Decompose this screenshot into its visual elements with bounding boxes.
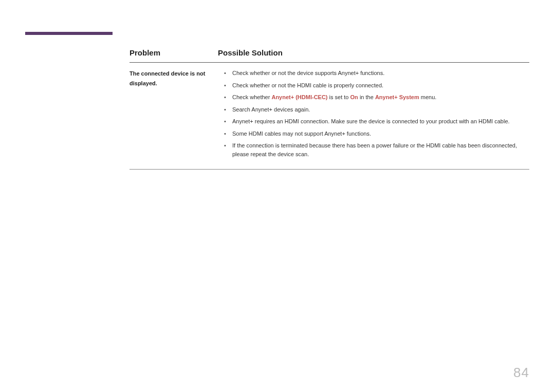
- solution-item: Some HDMI cables may not support Anynet+…: [218, 129, 529, 138]
- page-number: 84: [513, 365, 529, 381]
- table-header-row: Problem Possible Solution: [130, 32, 529, 63]
- solution-text: Check whether: [232, 94, 271, 100]
- document-page: Problem Possible Solution The connected …: [0, 0, 555, 392]
- solution-text: menu.: [419, 94, 437, 100]
- solution-item: Check whether or not the device supports…: [218, 69, 529, 78]
- solution-item: If the connection is terminated because …: [218, 141, 529, 158]
- solution-text: in the: [358, 94, 375, 100]
- accent-bar: [25, 32, 113, 35]
- solution-item: Check whether Anynet+ (HDMI-CEC) is set …: [218, 93, 529, 102]
- solution-list: Check whether or not the device supports…: [218, 69, 529, 158]
- solution-cell: Check whether or not the device supports…: [218, 69, 529, 162]
- solution-text: is set to: [328, 94, 350, 100]
- solution-item: Search Anynet+ devices again.: [218, 105, 529, 114]
- solution-item: Anynet+ requires an HDMI connection. Mak…: [218, 117, 529, 126]
- col-header-problem: Problem: [130, 48, 218, 57]
- highlight-term: Anynet+ System: [375, 94, 419, 100]
- highlight-term: Anynet+ (HDMI-CEC): [271, 94, 327, 100]
- col-header-solution: Possible Solution: [218, 48, 529, 57]
- highlight-term: On: [350, 94, 358, 100]
- solution-item: Check whether or not the HDMI cable is p…: [218, 81, 529, 90]
- problem-cell: The connected device is not displayed.: [130, 69, 218, 162]
- table-row: The connected device is not displayed. C…: [130, 63, 529, 170]
- troubleshoot-table: Problem Possible Solution The connected …: [130, 32, 529, 170]
